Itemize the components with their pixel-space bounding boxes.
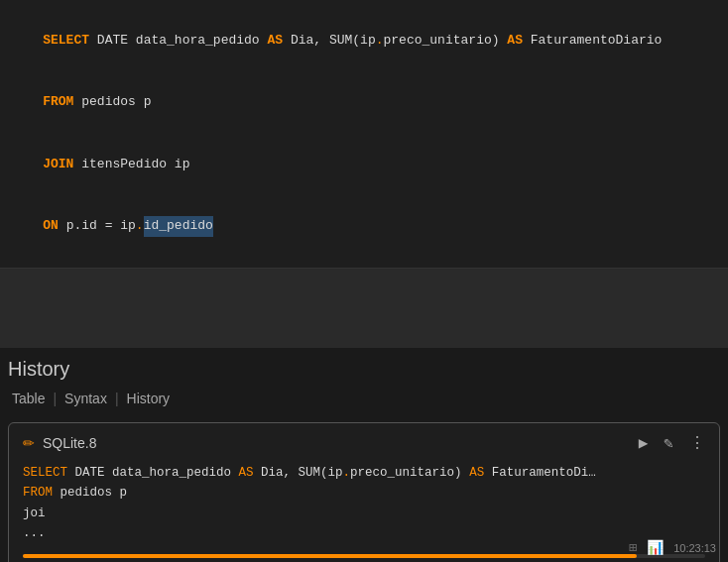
editor-line-1: SELECT DATE data_hora_pedido AS Dia, SUM… bbox=[12, 10, 716, 71]
card-code-line-3: joi bbox=[23, 504, 705, 524]
card-title: ✏ SQLite.8 bbox=[23, 435, 96, 451]
status-bar: ⊞ 📊 10:23:13 bbox=[617, 533, 728, 562]
card-header: ✏ SQLite.8 ▶ ✎ ⋮ bbox=[23, 433, 705, 453]
card-code-line-4: ... bbox=[23, 523, 705, 544]
history-card: ✏ SQLite.8 ▶ ✎ ⋮ SELECT DATE data_hora_p… bbox=[8, 422, 720, 562]
history-section: History Table | Syntax | History bbox=[0, 348, 728, 408]
status-time: 10:23:13 bbox=[673, 542, 716, 554]
tab-table[interactable]: Table bbox=[8, 389, 49, 408]
pencil-icon: ✏ bbox=[23, 435, 35, 451]
card-actions: ▶ ✎ ⋮ bbox=[639, 433, 705, 453]
play-button[interactable]: ▶ bbox=[639, 433, 649, 453]
separator-2: | bbox=[115, 391, 119, 406]
card-code: SELECT DATE data_hora_pedido AS Dia, SUM… bbox=[23, 463, 705, 545]
edit-button[interactable]: ✎ bbox=[664, 433, 673, 453]
editor-line-2: FROM pedidos p bbox=[12, 71, 716, 133]
code-editor[interactable]: SELECT DATE data_hora_pedido AS Dia, SUM… bbox=[0, 0, 728, 269]
history-title: History bbox=[8, 358, 720, 381]
separator-1: | bbox=[53, 391, 57, 406]
editor-line-3: JOIN itensPedido ip bbox=[12, 134, 716, 195]
keyword-select: SELECT bbox=[43, 33, 89, 48]
card-code-line-1: SELECT DATE data_hora_pedido AS Dia, SUM… bbox=[23, 463, 705, 484]
chart-icon: 📊 bbox=[647, 539, 664, 556]
middle-spacer bbox=[0, 269, 728, 348]
grid-icon: ⊞ bbox=[629, 539, 637, 556]
editor-line-4: ON p.id = ip.id_pedido bbox=[12, 195, 716, 257]
tab-syntax[interactable]: Syntax bbox=[61, 389, 111, 408]
tab-history[interactable]: History bbox=[123, 389, 175, 408]
tabs-bar: Table | Syntax | History bbox=[8, 389, 720, 408]
help-line: Help: near "as": syntax error bbox=[23, 558, 705, 562]
card-code-line-2: FROM pedidos p bbox=[23, 483, 705, 504]
more-button[interactable]: ⋮ bbox=[689, 433, 705, 453]
db-name-label: SQLite.8 bbox=[43, 435, 96, 451]
